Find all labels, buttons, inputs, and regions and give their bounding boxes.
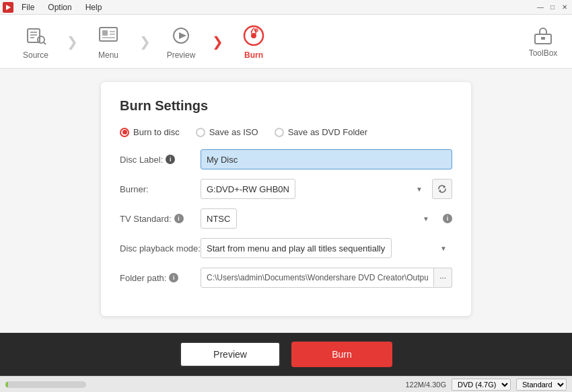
disc-label-row: Disc Label: i	[120, 149, 452, 169]
preview-button[interactable]: Preview	[180, 342, 281, 367]
radio-group: Burn to disc Save as ISO Save as DVD Fol…	[120, 127, 452, 137]
radio-save-as-dvd[interactable]: Save as DVD Folder	[275, 127, 368, 137]
source-icon	[24, 24, 48, 48]
burn-label: Burn	[244, 50, 263, 60]
quality-select[interactable]: Standard High Low	[516, 379, 567, 391]
card-title: Burn Settings	[120, 98, 452, 114]
toolbox-label: ToolBox	[529, 48, 558, 58]
burner-label: Burner:	[120, 184, 201, 194]
disc-playback-row: Disc playback mode: Start from menu and …	[120, 238, 452, 258]
radio-circle-dvd	[275, 128, 284, 137]
burn-nav-icon	[242, 24, 266, 48]
nav-item-source[interactable]: Source	[5, 17, 66, 66]
disc-label-input[interactable]	[201, 149, 452, 169]
svg-rect-18	[541, 37, 545, 40]
disc-playback-select[interactable]: Start from menu and play all titles sequ…	[201, 238, 392, 258]
radio-circle-iso	[196, 128, 205, 137]
svg-rect-8	[102, 30, 108, 36]
folder-path-info-icon[interactable]: i	[169, 273, 178, 282]
tv-standard-label: TV Standard: i	[120, 214, 201, 224]
nav-item-menu[interactable]: Menu	[78, 17, 139, 66]
app-logo	[3, 2, 13, 13]
burner-select-wrapper: G:DVD+-RW GHB0N ▼	[201, 179, 452, 199]
tv-standard-arrow: ▼	[423, 215, 429, 223]
menu-help[interactable]: Help	[83, 1, 105, 13]
radio-burn-to-disc[interactable]: Burn to disc	[120, 127, 180, 137]
svg-point-5	[38, 36, 44, 43]
burner-select[interactable]: G:DVD+-RW GHB0N	[201, 179, 295, 199]
nav-item-burn[interactable]: Burn	[223, 17, 284, 66]
close-button[interactable]: ✕	[560, 3, 569, 12]
disc-playback-control: Start from menu and play all titles sequ…	[201, 238, 452, 258]
disc-type-select[interactable]: DVD (4.7G) DVD (8.5G)	[452, 379, 511, 391]
disc-label-info-icon[interactable]: i	[166, 155, 175, 164]
progress-bar-container	[5, 381, 86, 388]
bottom-bar: Preview Burn	[0, 333, 572, 376]
disc-label-label: Disc Label: i	[120, 155, 201, 165]
menu-label: Menu	[98, 50, 118, 60]
refresh-button[interactable]	[432, 179, 452, 199]
folder-path-input[interactable]	[201, 268, 434, 288]
svg-marker-13	[179, 32, 186, 39]
preview-nav-icon	[169, 24, 193, 48]
tv-standard-outer: NTSC PAL ▼	[201, 208, 435, 229]
tv-standard-info-icon[interactable]: i	[174, 214, 184, 223]
radio-circle-burn	[120, 128, 129, 137]
disc-label-input-wrapper	[201, 149, 452, 169]
folder-path-row: Folder path: i ···	[120, 268, 452, 288]
radio-save-as-iso[interactable]: Save as ISO	[196, 127, 258, 137]
burner-row: Burner: G:DVD+-RW GHB0N ▼	[120, 179, 452, 199]
main-content: Burn Settings Burn to disc Save as ISO S…	[0, 69, 572, 333]
burn-button[interactable]: Burn	[291, 342, 392, 367]
svg-line-6	[44, 42, 46, 44]
status-bar: 122M/4.30G DVD (4.7G) DVD (8.5G) Standar…	[0, 376, 572, 392]
size-info: 122M/4.30G	[405, 381, 446, 389]
svg-marker-0	[6, 5, 11, 10]
tv-standard-select-wrapper: NTSC PAL ▼ i	[201, 208, 452, 229]
source-label: Source	[23, 50, 48, 60]
tv-standard-select[interactable]: NTSC PAL	[201, 208, 237, 229]
toolbar: Source ❯ Menu ❯	[0, 15, 572, 69]
preview-label: Preview	[167, 50, 196, 60]
burner-select-outer: G:DVD+-RW GHB0N ▼	[201, 179, 428, 199]
disc-playback-outer: Start from menu and play all titles sequ…	[201, 238, 452, 258]
nav-arrow-1: ❯	[66, 17, 78, 66]
toolbox-button[interactable]: ToolBox	[520, 17, 567, 66]
disc-playback-arrow: ▼	[440, 245, 447, 252]
burner-select-arrow: ▼	[416, 186, 423, 193]
nav-arrow-3: ❯	[211, 17, 223, 66]
svg-point-16	[254, 28, 258, 32]
tv-standard-info-icon-2[interactable]: i	[443, 214, 452, 223]
title-bar: File Option Help — □ ✕	[0, 0, 572, 15]
menu-file[interactable]: File	[19, 1, 37, 13]
menu-nav-icon	[96, 24, 120, 48]
maximize-button[interactable]: □	[548, 3, 557, 12]
nav-item-preview[interactable]: Preview	[151, 17, 211, 66]
toolbox-icon	[532, 25, 554, 48]
burn-settings-card: Burn Settings Burn to disc Save as ISO S…	[101, 82, 471, 316]
tv-standard-row: TV Standard: i NTSC PAL ▼ i	[120, 208, 452, 229]
window-controls: — □ ✕	[536, 3, 569, 12]
disc-playback-label: Disc playback mode:	[120, 243, 201, 253]
minimize-button[interactable]: —	[536, 3, 545, 12]
tv-standard-control: NTSC PAL ▼ i	[201, 208, 452, 229]
burner-control: G:DVD+-RW GHB0N ▼	[201, 179, 452, 199]
nav-items: Source ❯ Menu ❯	[5, 17, 520, 66]
nav-arrow-2: ❯	[139, 17, 151, 66]
folder-path-label: Folder path: i	[120, 273, 201, 283]
menu-option[interactable]: Option	[45, 1, 74, 13]
menu-bar: File Option Help	[19, 1, 104, 13]
progress-bar-fill	[5, 381, 8, 388]
folder-path-control: ···	[201, 268, 452, 288]
folder-path-browse-button[interactable]: ···	[434, 268, 452, 288]
